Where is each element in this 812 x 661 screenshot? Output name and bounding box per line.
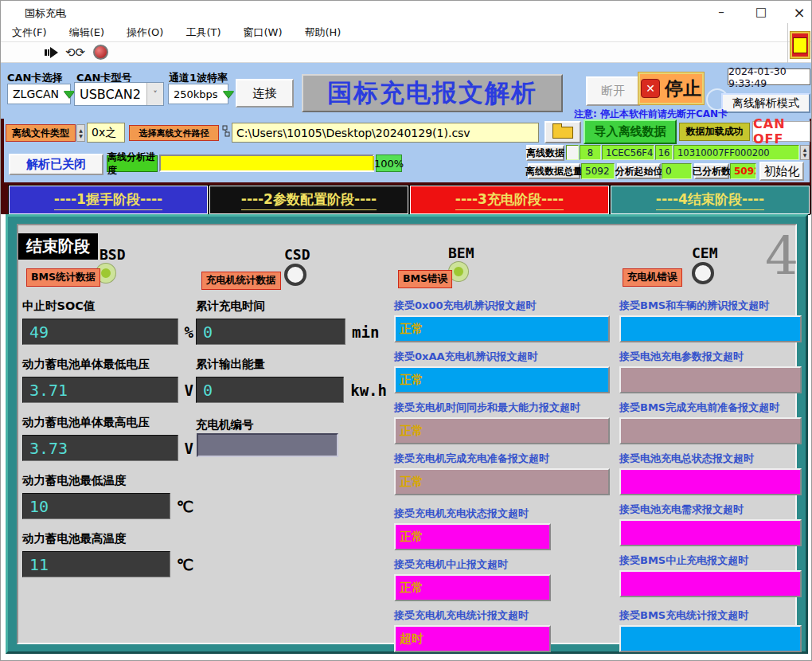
path-type-icon — [222, 124, 230, 142]
timeout-status-item: 接受电池充电需求报文超时 — [619, 503, 799, 546]
chevron-down-icon — [223, 91, 234, 98]
stat-field-value: 11 — [22, 551, 170, 577]
timeout-status-item: 接受电池充电总状态报文超时 — [619, 452, 799, 495]
toolbar-divider — [787, 23, 788, 63]
stat-field-group: 动力蓄电池单体最低电压 3.71 V — [22, 357, 193, 403]
path-select-label: 选择离线文件路径 — [129, 125, 219, 141]
timeout-status-item: 接受BMS和车辆的辨识报文超时 — [619, 299, 799, 342]
stat-field-unit: V — [185, 381, 193, 399]
timeout-status-field — [619, 570, 802, 597]
maximize-button[interactable]: □ — [745, 2, 777, 22]
cem-items-column: 接受BMS和车辆的辨识报文超时 接受电池充电参数报文超时 接受BMS完成充电前准… — [619, 299, 799, 659]
timeout-status-field — [619, 519, 802, 546]
analyzed-count-label: 已分析数 — [694, 163, 729, 179]
baudrate-dropdown[interactable]: 250kbps — [168, 84, 228, 104]
stop-button[interactable]: ✕ 停止 — [638, 72, 704, 104]
stat-field-value: 3.71 — [22, 377, 178, 403]
timeout-status-field — [619, 366, 802, 393]
window-title: 国标充电 — [25, 6, 66, 21]
stage-tab[interactable]: ----4结束阶段---- — [611, 186, 810, 214]
init-button[interactable]: 初始化 — [759, 162, 804, 181]
run-arrow-icon[interactable] — [45, 47, 59, 58]
tab-strip: ----1握手阶段---- ----2参数配置阶段---- ----3充电阶段-… — [1, 184, 812, 214]
frame-scroll-stepper[interactable]: ▲▼ — [800, 145, 810, 160]
file-path-input[interactable]: C:\Users\10105\Desktop\20240129(1).csv — [232, 123, 539, 143]
title-bar: 国标充电 – □ × — [1, 1, 812, 23]
stat-field-value: 3.73 — [22, 435, 178, 461]
stop-button-label: 停止 — [665, 76, 701, 101]
stage-tab[interactable]: ----3充电阶段---- — [410, 186, 609, 214]
menu-item[interactable]: 工具(T) — [174, 23, 232, 41]
minimize-button[interactable]: – — [705, 2, 737, 22]
timeout-status-field — [619, 625, 802, 652]
offline-file-type-label: 离线文件类型 — [6, 124, 76, 142]
abort-inner-square — [793, 37, 807, 53]
connect-button[interactable]: 连接 — [236, 79, 294, 108]
load-status-badge: 数据加载成功 — [679, 123, 750, 141]
timeout-status-field: 正常 — [394, 468, 610, 495]
csd-led-indicator — [284, 264, 306, 286]
menu-item[interactable]: 操作(O) — [115, 23, 174, 41]
stat-field-unit: V — [185, 440, 193, 457]
menu-bar: 文件(F) 编辑(E) 操作(O) 工具(T) 窗口(W) 帮助(H) — [1, 23, 812, 42]
total-count-label: 离线数据总量 — [528, 163, 580, 179]
menu-item[interactable]: 帮助(H) — [293, 23, 352, 41]
timeout-status-field: 正常 — [394, 315, 610, 342]
progress-percent: 100% — [376, 154, 402, 172]
stat-field-value: 10 — [22, 493, 170, 519]
loop-icon[interactable]: ⟲⟳ — [65, 45, 85, 60]
timeout-status-item: 接受充电机充电状态报文超时 正常 — [394, 507, 609, 550]
cem-header: CEM — [692, 244, 718, 261]
timeout-status-field — [619, 468, 802, 495]
stage-tab[interactable]: ----1握手阶段---- — [9, 186, 208, 214]
close-button[interactable]: × — [783, 2, 812, 22]
stat-field-group: 累计输出能量 0 kw.h — [196, 357, 387, 403]
timeout-status-item: 接受0xAA充电机辨识报文超时 正常 — [394, 350, 609, 393]
timeout-status-label: 接受0x00充电机辨识报文超时 — [394, 299, 609, 313]
stat-field-label: 动力蓄电池单体最高电压 — [22, 415, 193, 430]
chevron-down-icon: ˅ — [146, 83, 163, 105]
can-card-select-dropdown[interactable]: ZLGCAN — [7, 84, 71, 104]
offline-type-field[interactable]: 0x之 — [87, 123, 125, 143]
timeout-status-label: 接受电池充电参数报文超时 — [619, 350, 799, 364]
cem-led-indicator — [692, 262, 714, 284]
stat-field-unit: ℃ — [177, 498, 193, 515]
timeout-status-item: 接受BMS中止充电报文超时 — [619, 553, 799, 597]
stage-tab[interactable]: ----2参数配置阶段---- — [209, 186, 408, 214]
offline-mode-button[interactable]: 离线解析模式 — [721, 93, 810, 113]
csd-fields-column: 累计充电时间 0 min 累计输出能量 0 kw.h — [196, 299, 387, 415]
start-pos-field[interactable]: 0 — [662, 163, 692, 179]
bsd-badge: BMS统计数据 — [26, 268, 100, 287]
bem-badge: BMS错误 — [398, 270, 452, 288]
stop-x-icon: ✕ — [641, 79, 660, 98]
baudrate-value: 250kbps — [169, 88, 218, 100]
timeout-status-label: 接受充电机充电统计报文超时 — [394, 608, 609, 623]
stat-field-label: 累计充电时间 — [196, 299, 387, 314]
can-card-select-value: ZLGCAN — [8, 88, 59, 100]
timeout-status-label: 接受BMS中止充电报文超时 — [619, 553, 799, 568]
bem-items-column: 接受0x00充电机辨识报文超时 正常 接受0xAA充电机辨识报文超时 正常 接受… — [394, 299, 609, 659]
abort-button[interactable] — [791, 32, 810, 58]
stat-field-value: 49 — [22, 319, 178, 345]
import-offline-data-button[interactable]: 导入离线数据 — [584, 119, 677, 144]
disconnect-button[interactable]: 断开 — [586, 76, 640, 106]
toolbar: ⟲⟳ — [1, 42, 812, 63]
frame-dlc-field: 8 — [580, 145, 601, 160]
stat-field-group: 动力蓄电池单体最高电压 3.73 V — [22, 415, 193, 461]
parse-state-button[interactable]: 解析已关闭 — [9, 154, 103, 175]
browse-folder-button[interactable] — [545, 121, 581, 143]
start-pos-label: 分析起始位 — [617, 163, 661, 179]
frame-id-field: 1CEC56F4 — [602, 145, 654, 160]
menu-item[interactable]: 文件(F) — [1, 23, 58, 41]
offline-type-stepper[interactable]: ▲▼ — [76, 124, 85, 142]
menu-item[interactable]: 编辑(E) — [58, 23, 115, 41]
timeout-status-field: 正常 — [394, 417, 610, 444]
stat-field-value: 0 — [196, 377, 344, 403]
timeout-status-label: 接受充电机充电状态报文超时 — [394, 507, 609, 521]
menu-item[interactable]: 窗口(W) — [232, 23, 293, 41]
stat-field-group: 动力蓄电池最高温度 11 ℃ — [22, 531, 193, 577]
timeout-status-label: 接受BMS充电统计报文超时 — [619, 608, 799, 623]
can-card-model-dropdown[interactable]: USBCAN2 ˅ — [74, 82, 164, 106]
timeout-status-label: 接受充电机时间同步和最大能力报文超时 — [394, 401, 609, 415]
record-icon[interactable] — [93, 45, 108, 60]
